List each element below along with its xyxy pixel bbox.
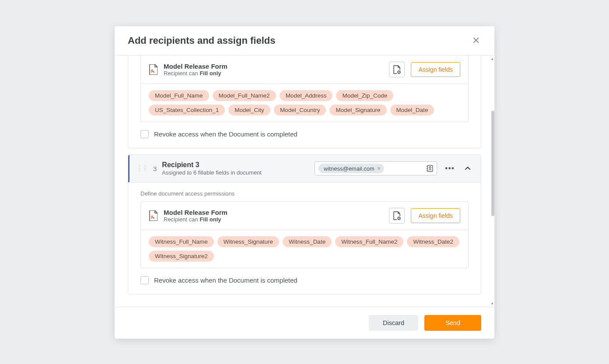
field-tag[interactable]: Witness_Full_Name2 bbox=[335, 236, 403, 247]
recipient-card-body: Model Release Form Recipient can Fill on… bbox=[128, 56, 481, 148]
field-tag[interactable]: Model_Country bbox=[274, 105, 326, 116]
revoke-label: Revoke access when the Document is compl… bbox=[154, 276, 298, 284]
document-box: Model Release Form Recipient can Fill on… bbox=[140, 56, 469, 122]
close-icon: ✕ bbox=[472, 35, 480, 46]
discard-button[interactable]: Discard bbox=[369, 315, 418, 331]
recipient-title: Recipient 3 bbox=[162, 161, 262, 169]
recipient-card-body: Define document access permissions Model… bbox=[128, 182, 481, 294]
scroll-up-icon[interactable]: ▴ bbox=[490, 56, 494, 61]
svg-point-8 bbox=[399, 218, 399, 219]
modal-dialog: Add recipients and assign fields ✕ ▴ ▾ bbox=[115, 26, 494, 339]
document-info: Model Release Form Recipient can Fill on… bbox=[164, 63, 383, 77]
field-tag[interactable]: Model_Full_Name bbox=[149, 90, 209, 101]
recipient-number: 3 bbox=[153, 165, 157, 172]
assign-fields-button[interactable]: Assign fields bbox=[411, 208, 460, 223]
svg-point-1 bbox=[399, 72, 399, 73]
send-button[interactable]: Send bbox=[424, 315, 481, 331]
field-tag[interactable]: Witness_Signature bbox=[217, 236, 279, 247]
field-tag[interactable]: Witness_Full_Name bbox=[149, 236, 214, 247]
document-gear-icon bbox=[393, 65, 401, 74]
field-tag[interactable]: Model_Date bbox=[390, 105, 434, 116]
revoke-access-row: Revoke access when the Document is compl… bbox=[140, 276, 469, 284]
address-book-icon[interactable] bbox=[426, 165, 433, 172]
preview-document-button[interactable] bbox=[389, 62, 405, 77]
revoke-checkbox[interactable] bbox=[140, 130, 149, 138]
recipient-header: ⋮⋮⋮⋮ 3 Recipient 3 Assigned to 6 fillabl… bbox=[128, 155, 481, 182]
document-header: Model Release Form Recipient can Fill on… bbox=[141, 202, 468, 230]
drag-handle-icon[interactable]: ⋮⋮⋮⋮ bbox=[137, 165, 148, 172]
document-subtitle: Recipient can Fill only bbox=[164, 216, 383, 223]
document-title: Model Release Form bbox=[164, 63, 383, 70]
pdf-file-icon bbox=[149, 210, 158, 221]
revoke-access-row: Revoke access when the Document is compl… bbox=[140, 130, 469, 138]
document-subtitle: Recipient can Fill only bbox=[164, 70, 383, 77]
preview-document-button[interactable] bbox=[389, 208, 405, 224]
svg-point-3 bbox=[429, 167, 431, 168]
scroll-down-icon[interactable]: ▾ bbox=[490, 301, 494, 306]
field-tags-row: Model_Full_Name Model_Full_Name2 Model_A… bbox=[141, 84, 468, 122]
modal-title: Add recipients and assign fields bbox=[128, 35, 275, 46]
document-info: Model Release Form Recipient can Fill on… bbox=[164, 209, 383, 223]
field-tag[interactable]: Model_City bbox=[228, 105, 270, 116]
document-header: Model Release Form Recipient can Fill on… bbox=[141, 56, 468, 84]
field-tag[interactable]: Witness_Date bbox=[283, 236, 332, 247]
assign-fields-button[interactable]: Assign fields bbox=[411, 62, 460, 77]
permissions-label: Define document access permissions bbox=[140, 190, 469, 197]
field-tag[interactable]: Model_Zip_Code bbox=[336, 90, 393, 101]
close-button[interactable]: ✕ bbox=[471, 35, 481, 46]
revoke-checkbox[interactable] bbox=[140, 276, 149, 284]
more-options-button[interactable]: ••• bbox=[442, 162, 457, 175]
field-tag[interactable]: US_States_Collection_1 bbox=[149, 105, 225, 116]
field-tag[interactable]: Witness_Signature2 bbox=[149, 251, 214, 262]
field-tags-row: Witness_Full_Name Witness_Signature Witn… bbox=[141, 230, 468, 268]
email-input[interactable]: witness@email.com × bbox=[315, 161, 437, 175]
field-tag[interactable]: Model_Address bbox=[280, 90, 333, 101]
field-tag[interactable]: Model_Full_Name2 bbox=[213, 90, 276, 101]
recipient-card: Model Release Form Recipient can Fill on… bbox=[128, 56, 481, 148]
modal-header: Add recipients and assign fields ✕ bbox=[115, 26, 494, 56]
document-gear-icon bbox=[393, 211, 401, 220]
scrollbar-thumb[interactable] bbox=[491, 111, 494, 216]
modal-body[interactable]: ▴ ▾ Model Release Form Recipient bbox=[115, 56, 494, 307]
more-icon: ••• bbox=[445, 164, 455, 173]
chevron-up-icon bbox=[464, 165, 471, 172]
recipient-card: ⋮⋮⋮⋮ 3 Recipient 3 Assigned to 6 fillabl… bbox=[128, 154, 481, 294]
recipient-info: Recipient 3 Assigned to 6 fillable field… bbox=[162, 161, 262, 176]
field-tag[interactable]: Model_Signature bbox=[329, 105, 386, 116]
modal-footer: Discard Send bbox=[115, 307, 494, 339]
document-box: Model Release Form Recipient can Fill on… bbox=[140, 201, 469, 268]
remove-email-icon[interactable]: × bbox=[377, 165, 381, 172]
collapse-button[interactable] bbox=[462, 163, 473, 174]
revoke-label: Revoke access when the Document is compl… bbox=[154, 130, 298, 138]
email-chip-text: witness@email.com bbox=[324, 165, 374, 172]
document-title: Model Release Form bbox=[164, 209, 383, 216]
pdf-file-icon bbox=[149, 64, 158, 75]
scrollbar[interactable]: ▴ ▾ bbox=[491, 56, 494, 307]
recipient-subtitle: Assigned to 6 fillable fields in documen… bbox=[162, 169, 262, 176]
field-tag[interactable]: Witness_Date2 bbox=[407, 236, 459, 247]
email-chip: witness@email.com × bbox=[318, 164, 384, 173]
